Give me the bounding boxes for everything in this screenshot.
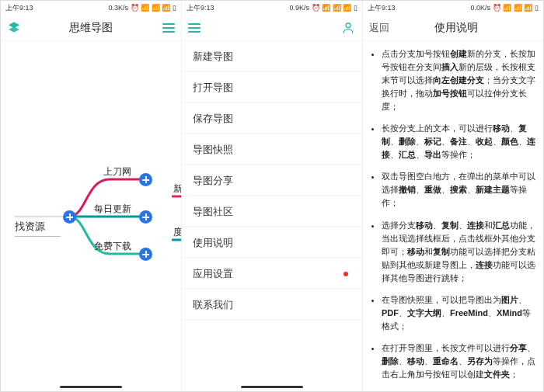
status-time: 上午9:13	[187, 3, 214, 13]
home-indicator	[60, 386, 122, 388]
menu-icon[interactable]	[188, 23, 201, 33]
add-node-icon[interactable]	[63, 210, 76, 224]
help-item: 在打开导图里，长按文件可以进行分享、删除、移动、重命名、另存为等操作，点击右上角…	[382, 342, 535, 381]
user-sync-icon[interactable]	[340, 20, 356, 36]
help-item: 在导图快照里，可以把导图出为图片、PDF、文字大纲、FreeMind、XMind…	[382, 293, 535, 333]
help-item: 点击分支加号按钮创建新的分支，长按加号按钮在分支间插入新的层级，长按根支末节可以…	[382, 47, 535, 113]
status-bar: 上午9:13 0.9K/s ⏰ 📶 📶 📶 ▯	[182, 1, 362, 15]
add-node-icon[interactable]	[139, 210, 152, 224]
page-title: 思维导图	[35, 21, 147, 35]
mindmap-branch[interactable]: 上刀网	[103, 165, 131, 179]
header: 返回 使用说明	[363, 15, 543, 41]
header	[182, 15, 362, 41]
status-icons: ⏰ 📶 📶 📶 ▯	[312, 4, 357, 12]
app-logo-icon[interactable]	[7, 21, 21, 35]
back-button[interactable]: 返回	[369, 21, 389, 35]
panel-mindmap: 上午9:13 0.3K/s ⏰ 📶 📶 📶 ▯ 思维导图	[1, 1, 182, 391]
status-net: 0.9K/s	[289, 4, 309, 12]
mindmap-canvas[interactable]: 找资源 上刀网 每日更新 免费下载 新 度	[1, 41, 181, 391]
mindmap-branch[interactable]: 每日更新	[94, 203, 131, 216]
page-title: 使用说明	[403, 21, 509, 35]
help-item: 双击导图空白地方，在弹出的菜单中可以选择撤销、重做、搜索、新建主题等操作；	[382, 170, 535, 210]
menu-list: 新建导图打开导图保存导图导图快照导图分享导图社区使用说明应用设置联系我们	[182, 41, 362, 391]
header: 思维导图	[1, 15, 181, 41]
panel-menu: 上午9:13 0.9K/s ⏰ 📶 📶 📶 ▯ 新建导图打开导图保存导图导图快照…	[182, 1, 363, 391]
panel-help: 上午9:13 0.0K/s ⏰ 📶 📶 📶 ▯ 返回 使用说明 点击分支加号按钮…	[363, 1, 543, 391]
menu-item[interactable]: 新建导图	[182, 41, 362, 72]
help-list: 点击分支加号按钮创建新的分支，长按加号按钮在分支间插入新的层级，长按根支末节可以…	[368, 47, 535, 391]
menu-item[interactable]: 导图快照	[182, 134, 362, 165]
add-node-icon[interactable]	[139, 248, 152, 261]
status-bar: 上午9:13 0.3K/s ⏰ 📶 📶 📶 ▯	[1, 1, 181, 15]
menu-item[interactable]: 应用设置	[182, 258, 362, 290]
menu-item[interactable]: 保存导图	[182, 103, 362, 134]
status-time: 上午9:13	[368, 3, 396, 13]
menu-item[interactable]: 导图分享	[182, 165, 362, 196]
help-item: 点击右侧菜单上方的云同步按钮进入登录，可以使用我们的云服务同步和下载文件；欢迎登…	[382, 390, 535, 391]
status-icons: ⏰ 📶 📶 📶 ▯	[493, 4, 539, 12]
mindmap-branch[interactable]: 新	[173, 182, 182, 196]
help-item: 选择分支移动、复制、连接和汇总功能，当出现选择线框后，点击线框外其他分支即可；移…	[382, 219, 535, 285]
status-bar: 上午9:13 0.0K/s ⏰ 📶 📶 📶 ▯	[363, 1, 543, 15]
status-net: 0.3K/s	[108, 4, 128, 12]
notification-dot	[343, 272, 348, 276]
status-net: 0.0K/s	[470, 4, 490, 12]
status-icons: ⏰ 📶 📶 📶 ▯	[131, 4, 176, 12]
help-item: 长按分支上的文本，可以进行移动、复制、删除、标记、备注、收起、颜色、连接、汇总、…	[382, 122, 535, 161]
menu-item[interactable]: 打开导图	[182, 72, 362, 103]
mindmap-root-node[interactable]: 找资源	[15, 220, 45, 234]
menu-icon[interactable]	[162, 23, 175, 33]
mindmap-branch[interactable]: 度	[173, 226, 182, 239]
mindmap-branch[interactable]: 免费下载	[94, 240, 131, 253]
menu-item[interactable]: 导图社区	[182, 196, 362, 227]
menu-item[interactable]: 使用说明	[182, 227, 362, 258]
status-time: 上午9:13	[5, 3, 33, 13]
home-indicator	[241, 386, 303, 388]
svg-point-6	[346, 23, 350, 27]
help-content[interactable]: 点击分支加号按钮创建新的分支，长按加号按钮在分支间插入新的层级，长按根支末节可以…	[363, 41, 543, 391]
add-node-icon[interactable]	[139, 173, 152, 186]
menu-item[interactable]: 联系我们	[182, 290, 362, 321]
